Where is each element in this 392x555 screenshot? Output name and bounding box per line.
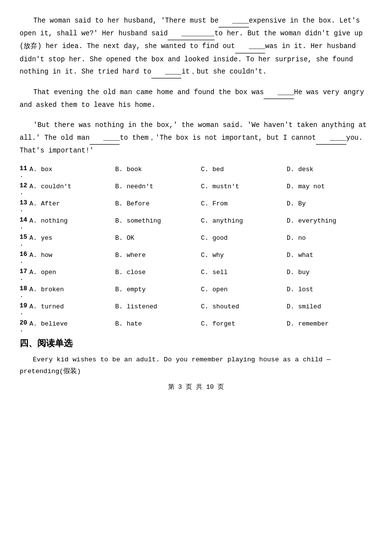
q11-option-c[interactable]: C. bed xyxy=(201,166,287,173)
q17-option-b[interactable]: B. close xyxy=(115,269,201,276)
q12-option-b[interactable]: B. needn't xyxy=(115,183,201,190)
question-16: 16 . A. how B. where C. why D. what xyxy=(20,251,372,259)
q12-option-c[interactable]: C. mustn't xyxy=(201,183,287,190)
blank-5: ____ xyxy=(264,86,294,99)
q14-option-a[interactable]: A. nothing xyxy=(29,217,115,225)
passage-text-1: The woman said to her husband, 'There mu… xyxy=(33,17,219,25)
blank-1: ____ xyxy=(219,15,249,27)
question-19-number: 19 xyxy=(20,302,27,309)
q20-option-a[interactable]: A. believe xyxy=(29,320,115,328)
question-16-number: 16 xyxy=(20,251,27,258)
q11-option-d[interactable]: D. desk xyxy=(287,166,372,173)
question-17-number: 17 xyxy=(20,268,27,275)
questions-section: 11 . A. box B. book C. bed D. desk 12 . … xyxy=(20,165,372,328)
q17-option-d[interactable]: D. buy xyxy=(287,269,372,276)
question-11-dot: . xyxy=(20,172,24,179)
q14-option-d[interactable]: D. everything xyxy=(287,217,372,225)
question-18-dot: . xyxy=(20,292,24,299)
question-15-dot: . xyxy=(20,240,24,248)
question-15-number: 15 xyxy=(20,233,27,241)
question-14-options: A. nothing B. something C. anything D. e… xyxy=(29,216,372,225)
question-11-options: A. box B. book C. bed D. desk xyxy=(29,165,372,173)
question-14-number: 14 xyxy=(20,216,27,224)
passage-text-1e: it，but she couldn't. xyxy=(181,68,267,76)
q14-option-c[interactable]: C. anything xyxy=(201,217,287,225)
passage-text-2a: That evening the old man came home and f… xyxy=(33,88,264,96)
question-19: 19 . A. turned B. listened C. shouted D.… xyxy=(20,302,372,310)
section4-text: Every kid wishes to be an adult. Do you … xyxy=(20,356,331,375)
blank-7: ____ xyxy=(316,132,346,145)
page-footer-text: 第 3 页 共 10 页 xyxy=(168,383,224,391)
q20-option-c[interactable]: C. forget xyxy=(201,320,287,328)
q16-option-d[interactable]: D. what xyxy=(287,252,372,259)
q15-option-d[interactable]: D. no xyxy=(287,234,372,242)
q16-option-a[interactable]: A. how xyxy=(29,252,115,259)
q20-option-b[interactable]: B. hate xyxy=(115,320,201,328)
question-15-options: A. yes B. OK C. good D. no xyxy=(29,233,372,242)
question-17-dot: . xyxy=(20,275,24,282)
passage-paragraph3: 'But there was nothing in the box,' the … xyxy=(20,119,372,157)
q19-option-d[interactable]: D. smiled xyxy=(287,303,372,310)
q18-option-b[interactable]: B. empty xyxy=(115,286,201,293)
blank-6: ____ xyxy=(90,132,120,145)
question-20: 20 . A. believe B. hate C. forget D. rem… xyxy=(20,319,372,328)
q18-option-c[interactable]: C. open xyxy=(201,286,287,293)
question-17: 17 . A. open B. close C. sell D. buy xyxy=(20,268,372,276)
question-15: 15 . A. yes B. OK C. good D. no xyxy=(20,233,372,242)
q13-option-c[interactable]: C. From xyxy=(201,200,287,207)
page-footer: 第 3 页 共 10 页 xyxy=(20,382,372,391)
question-20-options: A. believe B. hate C. forget D. remember xyxy=(29,319,372,328)
q15-option-a[interactable]: A. yes xyxy=(29,234,115,242)
question-19-options: A. turned B. listened C. shouted D. smil… xyxy=(29,302,372,310)
question-20-dot: . xyxy=(20,326,24,333)
blank-3: ____ xyxy=(235,40,266,53)
passage-text-3b: to them，'The box is not important, but I… xyxy=(120,134,316,142)
question-16-options: A. how B. where C. why D. what xyxy=(29,251,372,259)
question-14: 14 . A. nothing B. something C. anything… xyxy=(20,216,372,225)
q12-option-d[interactable]: D. may not xyxy=(287,183,372,190)
question-12-options: A. couldn't B. needn't C. mustn't D. may… xyxy=(29,182,372,190)
question-13: 13 . A. After B. Before C. From D. By xyxy=(20,199,372,207)
question-12-number: 12 xyxy=(20,182,27,189)
q18-option-a[interactable]: A. broken xyxy=(29,286,115,293)
q11-option-a[interactable]: A. box xyxy=(29,166,115,173)
question-18-number: 18 xyxy=(20,285,27,292)
passage-paragraph1: The woman said to her husband, 'There mu… xyxy=(20,15,372,78)
question-13-number: 13 xyxy=(20,199,27,206)
question-11: 11 . A. box B. book C. bed D. desk xyxy=(20,165,372,173)
q19-option-a[interactable]: A. turned xyxy=(29,303,115,310)
q19-option-b[interactable]: B. listened xyxy=(115,303,201,310)
q18-option-d[interactable]: D. lost xyxy=(287,286,372,293)
q15-option-c[interactable]: C. good xyxy=(201,234,287,242)
question-17-options: A. open B. close C. sell D. buy xyxy=(29,268,372,276)
question-18-options: A. broken B. empty C. open D. lost xyxy=(29,285,372,293)
question-20-number: 20 xyxy=(20,319,27,327)
q16-option-b[interactable]: B. where xyxy=(115,252,201,259)
passage-paragraph2: That evening the old man came home and f… xyxy=(20,86,372,111)
q12-option-a[interactable]: A. couldn't xyxy=(29,183,115,190)
question-14-dot: . xyxy=(20,223,24,230)
question-13-options: A. After B. Before C. From D. By xyxy=(29,199,372,207)
blank-4: ____ xyxy=(151,66,182,78)
question-19-dot: . xyxy=(20,309,24,316)
question-16-dot: . xyxy=(20,257,24,265)
section4-title: 四、阅读单选 xyxy=(20,337,372,349)
question-18: 18 . A. broken B. empty C. open D. lost xyxy=(20,285,372,293)
question-12-dot: . xyxy=(20,189,24,196)
q13-option-b[interactable]: B. Before xyxy=(115,200,201,207)
q17-option-a[interactable]: A. open xyxy=(29,269,115,276)
q14-option-b[interactable]: B. something xyxy=(115,217,201,225)
blank-2: ________ xyxy=(168,27,214,40)
q15-option-b[interactable]: B. OK xyxy=(115,234,201,242)
q19-option-c[interactable]: C. shouted xyxy=(201,303,287,310)
q11-option-b[interactable]: B. book xyxy=(115,166,201,173)
section4-passage: Every kid wishes to be an adult. Do you … xyxy=(20,354,372,378)
q13-option-d[interactable]: D. By xyxy=(287,200,372,207)
q16-option-c[interactable]: C. why xyxy=(201,252,287,259)
q17-option-c[interactable]: C. sell xyxy=(201,269,287,276)
q13-option-a[interactable]: A. After xyxy=(29,200,115,207)
q20-option-d[interactable]: D. remember xyxy=(287,320,372,328)
question-13-dot: . xyxy=(20,206,24,213)
question-11-number: 11 xyxy=(20,165,27,172)
question-12: 12 . A. couldn't B. needn't C. mustn't D… xyxy=(20,182,372,190)
